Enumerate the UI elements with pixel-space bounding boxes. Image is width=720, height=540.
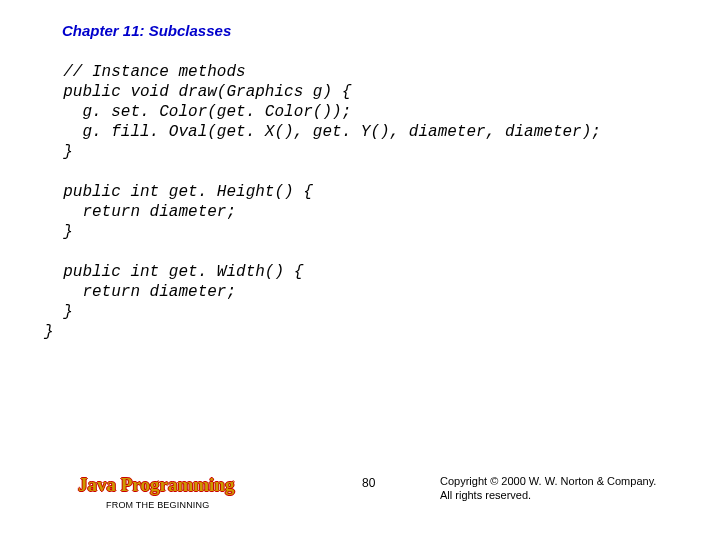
code-line: return diameter; [44,283,236,301]
code-line: return diameter; [44,203,236,221]
copyright-line-2: All rights reserved. [440,488,656,502]
code-line: } [44,143,73,161]
code-block: // Instance methods public void draw(Gra… [44,62,601,342]
page-number: 80 [362,476,375,490]
copyright-line-1: Copyright © 2000 W. W. Norton & Company. [440,474,656,488]
code-line: } [44,303,73,321]
book-title: Java Programming [78,474,234,496]
code-line: public void draw(Graphics g) { [44,83,351,101]
code-line: } [44,223,73,241]
code-line: // Instance methods [44,63,246,81]
footer: Java Programming FROM THE BEGINNING 80 C… [0,470,720,516]
code-line: } [44,323,54,341]
code-line: public int get. Height() { [44,183,313,201]
code-line: g. set. Color(get. Color()); [44,103,351,121]
book-subtitle: FROM THE BEGINNING [106,500,209,510]
copyright: Copyright © 2000 W. W. Norton & Company.… [440,474,656,502]
code-line: g. fill. Oval(get. X(), get. Y(), diamet… [44,123,601,141]
code-line: public int get. Width() { [44,263,303,281]
chapter-title: Chapter 11: Subclasses [62,22,231,39]
